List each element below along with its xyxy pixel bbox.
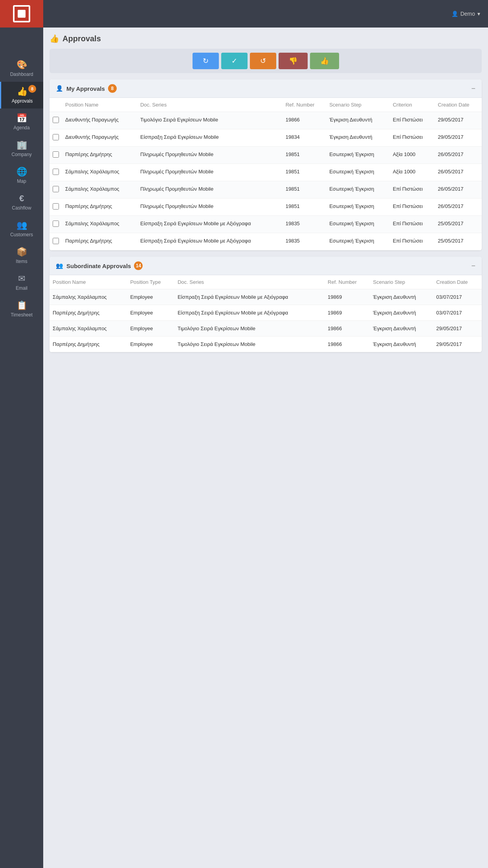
row-checkbox[interactable] [53, 221, 59, 227]
table-row: Διευθυντής Παραγωγής Τιμολόγιο Σειρά Εγκ… [50, 112, 482, 129]
col-position-name: Position Name [62, 98, 137, 112]
subordinate-approvals-badge: 14 [134, 261, 143, 270]
sidebar-item-label: Approvals [12, 98, 33, 104]
row-creation-date: 29/05/2017 [435, 112, 482, 129]
row-doc-series: Είσπραξη Σειρά Εγκρίσεων Mobile [137, 129, 283, 147]
sidebar-item-label: Cashflow [12, 205, 31, 211]
my-approvals-collapse[interactable]: − [471, 85, 475, 92]
my-approvals-table: Position Name Doc. Series Ref. Number Sc… [50, 98, 482, 250]
subordinate-approvals-section: 👥 Subordinate Approvals 14 − Position Na… [50, 257, 482, 352]
approve-button[interactable]: 👍 [310, 53, 339, 69]
user-menu[interactable]: 👤 Demo ▾ [451, 11, 480, 17]
row-criterion: Επί Πιστώσει [390, 199, 435, 216]
sidebar-item-items[interactable]: 📦 Items [0, 242, 43, 269]
check-button[interactable]: ✓ [221, 53, 248, 69]
sidebar-item-label: Agenda [13, 125, 29, 131]
row-ref-number: 19851 [283, 199, 326, 216]
sidebar-item-label: Company [11, 152, 31, 157]
row-checkbox[interactable] [53, 134, 59, 140]
row-doc-series: Πληρωμές Προμηθευτών Mobile [137, 147, 283, 164]
col-ref-number: Ref. Number [283, 98, 326, 112]
row-scenario-step: Εσωτερική Έγκριση [326, 216, 390, 233]
row-checkbox[interactable] [53, 203, 59, 210]
cashflow-icon: € [19, 193, 24, 204]
row-checkbox[interactable] [53, 186, 59, 192]
row-doc-series: Είσπραξη Σειρά Εγκρίσεων Mobile με Αξιόγ… [137, 216, 283, 233]
sidebar-item-dashboard[interactable]: 🎨 Dashboard [0, 55, 43, 82]
row-ref-number: 19834 [283, 129, 326, 147]
sub-row-scenario-step: Έγκριση Διευθυντή [370, 321, 433, 337]
row-doc-series: Τιμολόγιο Σειρά Εγκρίσεων Mobile [137, 112, 283, 129]
sub-row-doc-series: Είσπραξη Σειρά Εγκρίσεων Mobile με Αξιόγ… [174, 305, 325, 321]
sub-row-position: Παρπέρης Δημήτρης [50, 305, 127, 321]
row-position: Σάμπαλης Χαράλαμπος [62, 164, 137, 181]
row-ref-number: 19866 [283, 112, 326, 129]
row-checkbox[interactable] [53, 117, 59, 123]
history-button[interactable]: ↺ [250, 53, 276, 69]
col-scenario-step: Scenario Step [326, 98, 390, 112]
email-icon: ✉ [18, 274, 25, 284]
sub-row-position-type: Employee [127, 337, 174, 352]
row-scenario-step: Εσωτερική Έγκριση [326, 181, 390, 199]
row-position: Σάμπαλης Χαράλαμπος [62, 216, 137, 233]
row-checkbox[interactable] [53, 151, 59, 158]
row-scenario-step: Έγκριση Διευθυντή [326, 112, 390, 129]
row-criterion: Επί Πιστώσει [390, 181, 435, 199]
row-creation-date: 25/05/2017 [435, 233, 482, 250]
sub-col-ref-number: Ref. Number [325, 275, 370, 289]
dropdown-icon: ▾ [477, 11, 480, 17]
sub-row-creation-date: 03/07/2017 [433, 305, 482, 321]
row-checkbox-cell [50, 147, 62, 164]
table-row: Παρπέρης Δημήτρης Employee Τιμολόγιο Σει… [50, 337, 482, 352]
sub-row-position: Παρπέρης Δημήτρης [50, 337, 127, 352]
refresh-button[interactable]: ↻ [193, 53, 219, 69]
row-criterion: Αξία 1000 [390, 147, 435, 164]
subordinate-approvals-collapse[interactable]: − [471, 262, 475, 269]
table-row: Σάμπαλης Χαράλαμπος Είσπραξη Σειρά Εγκρί… [50, 216, 482, 233]
col-criterion: Criterion [390, 98, 435, 112]
table-row: Διευθυντής Παραγωγής Είσπραξη Σειρά Εγκρ… [50, 129, 482, 147]
row-creation-date: 29/05/2017 [435, 129, 482, 147]
my-approvals-title-icon: 👤 [56, 85, 63, 92]
row-criterion: Επί Πιστώσει [390, 216, 435, 233]
sub-col-scenario-step: Scenario Step [370, 275, 433, 289]
sidebar-item-email[interactable]: ✉ Email [0, 269, 43, 296]
sidebar-item-timesheet[interactable]: 📋 Timesheet [0, 296, 43, 322]
row-ref-number: 19851 [283, 147, 326, 164]
sub-row-doc-series: Τιμολόγιο Σειρά Εγκρίσεων Mobile [174, 337, 325, 352]
row-scenario-step: Έγκριση Διευθυντή [326, 129, 390, 147]
row-checkbox[interactable] [53, 169, 59, 175]
sub-row-creation-date: 03/07/2017 [433, 289, 482, 305]
agenda-icon: 📅 [17, 113, 27, 123]
row-criterion: Επί Πιστώσει [390, 129, 435, 147]
sidebar-item-label: Timesheet [11, 312, 33, 318]
sidebar-item-customers[interactable]: 👥 Customers [0, 215, 43, 242]
table-row: Παρπέρης Δημήτρης Είσπραξη Σειρά Εγκρίσε… [50, 233, 482, 250]
reject-button[interactable]: 👎 [279, 53, 308, 69]
sub-col-position-name: Position Name [50, 275, 127, 289]
row-doc-series: Πληρωμές Προμηθευτών Mobile [137, 164, 283, 181]
sub-row-creation-date: 29/05/2017 [433, 337, 482, 352]
row-scenario-step: Εσωτερική Έγκριση [326, 199, 390, 216]
row-checkbox[interactable] [53, 238, 59, 244]
sidebar-item-label: Items [16, 259, 27, 264]
sidebar-item-map[interactable]: 🌐 Map [0, 162, 43, 189]
logo-icon [13, 5, 30, 22]
sidebar-item-cashflow[interactable]: € Cashflow [0, 189, 43, 215]
row-scenario-step: Εσωτερική Έγκριση [326, 147, 390, 164]
sidebar-item-approvals[interactable]: 👍 8 Approvals [0, 82, 43, 108]
my-approvals-title: 👤 My Approvals 8 [56, 84, 117, 93]
timesheet-icon: 📋 [17, 300, 27, 311]
sidebar-item-company[interactable]: 🏢 Company [0, 135, 43, 162]
sub-col-doc-series: Doc. Series [174, 275, 325, 289]
toolbar: ↻ ✓ ↺ 👎 👍 [50, 49, 482, 73]
row-ref-number: 19835 [283, 233, 326, 250]
sidebar-item-agenda[interactable]: 📅 Agenda [0, 108, 43, 135]
row-scenario-step: Εσωτερική Έγκριση [326, 233, 390, 250]
row-checkbox-cell [50, 233, 62, 250]
approvals-icon: 👍 [17, 86, 28, 97]
row-criterion: Επί Πιστώσει [390, 112, 435, 129]
my-approvals-section: 👤 My Approvals 8 − Position Name Doc. Se… [50, 79, 482, 250]
dashboard-icon: 🎨 [17, 60, 27, 70]
sidebar-item-label: Email [16, 285, 28, 291]
